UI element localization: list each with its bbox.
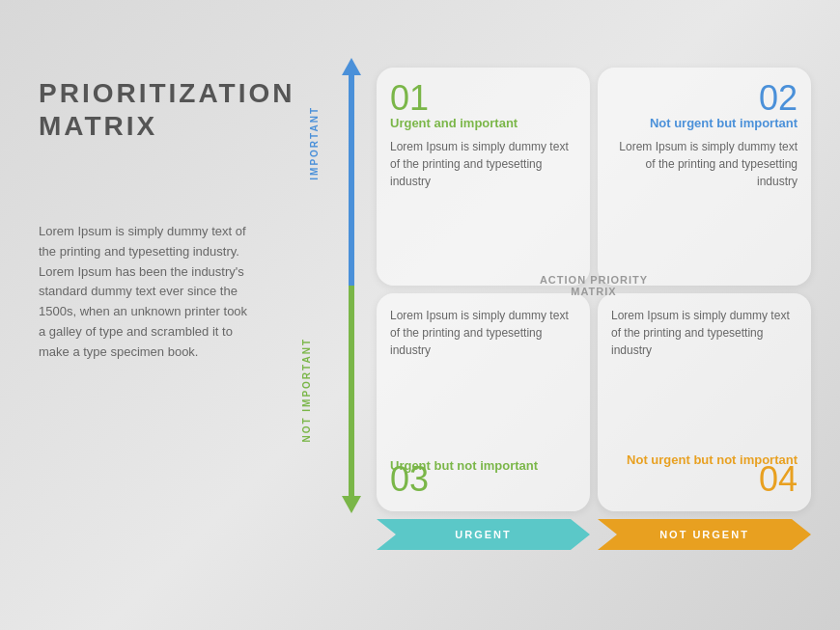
slide: PRIORITIZATION MATRIX Lorem Ipsum is sim…: [0, 0, 840, 630]
card1-number: 01: [390, 81, 576, 116]
card-noturgent-important: 02 Not urgent but important Lorem Ipsum …: [598, 68, 811, 286]
description-text: Lorem Ipsum is simply dummy text of the …: [39, 222, 251, 363]
important-label: IMPORTANT: [309, 106, 320, 180]
card3-number: 03: [390, 459, 429, 500]
card2-subtitle: Not urgent but important: [611, 116, 798, 130]
main-title: PRIORITIZATION MATRIX: [39, 77, 294, 142]
not-important-label: NOT IMPORTANT: [301, 338, 312, 443]
card-urgent-important: 01 Urgent and important Lorem Ipsum is s…: [377, 68, 590, 286]
card-noturgent-notimportant: Lorem Ipsum is simply dummy text of the …: [598, 293, 811, 511]
card4-number: 04: [759, 459, 798, 500]
urgent-arrow-label: URGENT: [455, 529, 511, 540]
title-line2: MATRIX: [39, 110, 294, 143]
arrow-head-bottom: [342, 496, 361, 513]
matrix-area: IMPORTANT NOT IMPORTANT 01 Urgent and im…: [319, 58, 811, 560]
not-urgent-arrow: NOT URGENT: [598, 519, 811, 550]
not-urgent-arrow-label: NOT URGENT: [659, 529, 749, 540]
urgent-arrow: URGENT: [377, 519, 590, 550]
quadrants-grid: 01 Urgent and important Lorem Ipsum is s…: [377, 68, 811, 511]
title-line1: PRIORITIZATION: [39, 77, 294, 110]
card4-body: Lorem Ipsum is simply dummy text of the …: [611, 307, 798, 359]
card2-number: 02: [611, 81, 798, 116]
card-urgent-notimportant: Lorem Ipsum is simply dummy text of the …: [377, 293, 590, 511]
card1-subtitle: Urgent and important: [390, 116, 576, 130]
arrow-line-bottom: [349, 286, 354, 498]
title-section: PRIORITIZATION MATRIX: [39, 77, 294, 142]
arrow-line-top: [349, 73, 354, 286]
card3-body: Lorem Ipsum is simply dummy text of the …: [390, 307, 576, 359]
bottom-arrows: URGENT NOT URGENT: [377, 519, 811, 550]
card2-body: Lorem Ipsum is simply dummy text of the …: [611, 138, 798, 190]
card1-body: Lorem Ipsum is simply dummy text of the …: [390, 138, 576, 190]
vertical-arrow: IMPORTANT NOT IMPORTANT: [338, 58, 365, 502]
